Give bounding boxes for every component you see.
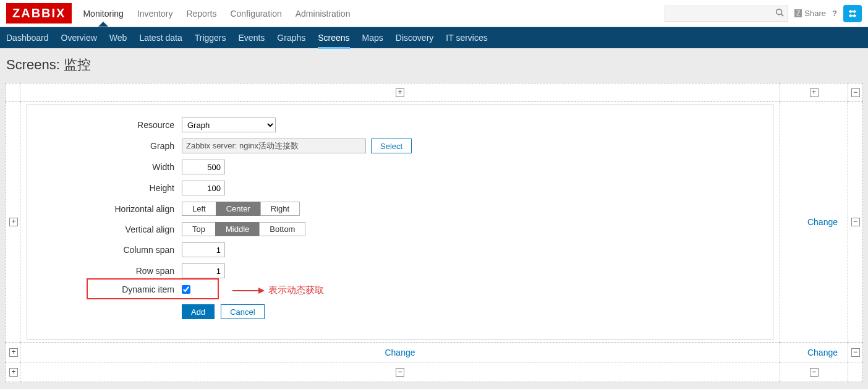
svg-line-1 (781, 14, 784, 17)
select-graph-button[interactable]: Select (371, 139, 412, 153)
resource-select[interactable]: Graph (182, 118, 276, 132)
label-resource: Resource (33, 120, 182, 130)
remove-column-icon[interactable] (851, 88, 860, 97)
topnav-item-monitoring[interactable]: Monitoring (83, 1, 123, 26)
graph-field: Zabbix server: nginx活动连接数 (182, 139, 366, 153)
label-rowspan: Row span (33, 266, 182, 276)
remove-row-icon[interactable] (851, 348, 860, 357)
label-colspan: Column span (33, 245, 182, 255)
label-width: Width (33, 162, 182, 172)
valign-option-middle[interactable]: Middle (215, 222, 260, 236)
page-title: Screens: 监控 (0, 48, 868, 83)
topnav-item-administration[interactable]: Administration (296, 1, 351, 26)
screen-cell-form: Resource Graph Graph Zabbix server: ngin… (27, 105, 773, 340)
change-link[interactable]: Change (385, 348, 415, 357)
width-input[interactable] (182, 160, 225, 174)
svg-marker-3 (258, 288, 265, 294)
logo[interactable]: ZABBIX (6, 3, 72, 24)
search-icon[interactable] (775, 8, 784, 19)
share-label: Share (804, 9, 826, 18)
subnav-item-dashboard[interactable]: Dashboard (6, 28, 49, 48)
topnav-item-configuration[interactable]: Configuration (230, 1, 281, 26)
label-dynamic: Dynamic item (33, 284, 182, 294)
halign-option-left[interactable]: Left (182, 202, 216, 216)
add-column-icon[interactable] (810, 88, 819, 97)
remove-cell-icon[interactable] (396, 368, 404, 377)
valign-segment[interactable]: TopMiddleBottom (182, 222, 305, 236)
apps-button[interactable] (843, 5, 862, 22)
subnav-item-graphs[interactable]: Graphs (277, 28, 305, 48)
subnav-item-discovery[interactable]: Discovery (396, 28, 433, 48)
annotation-arrow: 表示动态获取 (231, 284, 324, 296)
valign-option-bottom[interactable]: Bottom (259, 222, 305, 236)
subnav-item-events[interactable]: Events (239, 28, 265, 48)
label-valign: Vertical align (33, 224, 182, 234)
topnav-item-reports[interactable]: Reports (186, 1, 216, 26)
subnav-item-it-services[interactable]: IT services (446, 28, 487, 48)
add-column-icon[interactable] (396, 88, 404, 97)
change-link[interactable]: Change (807, 348, 838, 357)
halign-segment[interactable]: LeftCenterRight (182, 202, 300, 216)
valign-option-top[interactable]: Top (182, 222, 216, 236)
subnav-item-triggers[interactable]: Triggers (195, 28, 226, 48)
subnav-item-overview[interactable]: Overview (61, 28, 97, 48)
label-height: Height (33, 183, 182, 193)
label-halign: Horizontal align (33, 204, 182, 214)
colspan-input[interactable] (182, 242, 225, 257)
change-link[interactable]: Change (807, 217, 838, 227)
rowspan-input[interactable] (182, 263, 225, 278)
subnav-item-screens[interactable]: Screens (318, 28, 349, 48)
global-search[interactable] (665, 6, 788, 22)
svg-point-0 (777, 9, 782, 15)
topnav-item-inventory[interactable]: Inventory (137, 1, 173, 26)
sub-nav: DashboardOverviewWebLatest dataTriggersE… (0, 27, 868, 48)
screen-grid: Resource Graph Graph Zabbix server: ngin… (5, 83, 863, 382)
add-row-icon[interactable] (9, 218, 18, 226)
annotation-text: 表示动态获取 (268, 284, 324, 296)
subnav-item-latest-data[interactable]: Latest data (139, 28, 182, 48)
height-input[interactable] (182, 181, 225, 195)
top-nav: MonitoringInventoryReportsConfigurationA… (83, 1, 665, 26)
add-row-icon[interactable] (9, 368, 18, 377)
share-button[interactable]: Z Share (794, 9, 826, 18)
dynamic-item-checkbox[interactable] (182, 285, 190, 294)
cancel-button[interactable]: Cancel (221, 304, 264, 319)
halign-option-right[interactable]: Right (260, 202, 300, 216)
share-z-icon: Z (794, 9, 802, 17)
subnav-item-web[interactable]: Web (109, 28, 127, 48)
label-graph: Graph (33, 141, 182, 151)
remove-row-icon[interactable] (851, 218, 860, 226)
add-row-icon[interactable] (9, 348, 18, 357)
add-button[interactable]: Add (182, 304, 215, 319)
help-icon[interactable]: ? (832, 9, 837, 18)
remove-cell-icon[interactable] (810, 368, 819, 377)
search-input[interactable] (669, 9, 775, 18)
halign-option-center[interactable]: Center (216, 202, 261, 216)
subnav-item-maps[interactable]: Maps (362, 28, 383, 48)
